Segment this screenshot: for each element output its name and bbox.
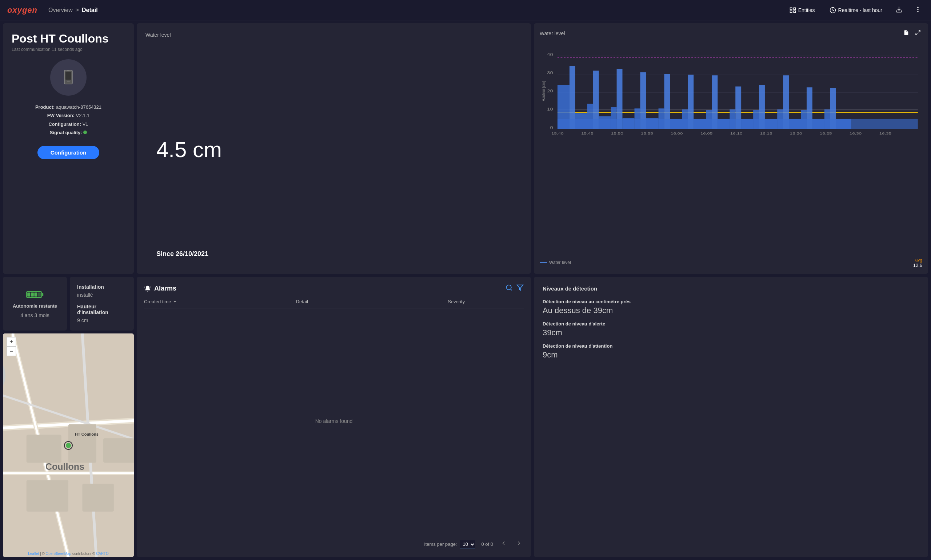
- chart-actions: [902, 29, 922, 38]
- map-card: Coullons + − HT Coullons Leafl: [3, 334, 134, 557]
- clock-icon: [829, 7, 836, 14]
- pagination-next-button[interactable]: [514, 538, 524, 550]
- download-icon: [896, 6, 903, 13]
- map-container: Coullons + − HT Coullons Leafl: [3, 334, 134, 557]
- search-icon: [506, 284, 513, 291]
- svg-rect-82: [34, 292, 37, 296]
- installation-height-title: Hauteur d'installation: [77, 304, 126, 315]
- detection-item-2-value: 9cm: [543, 350, 919, 360]
- installation-value: installé: [77, 292, 126, 298]
- water-level-since: Since 26/10/2021: [145, 250, 522, 258]
- chevron-left-icon: [500, 540, 507, 546]
- sort-down-icon[interactable]: [172, 299, 177, 305]
- svg-text:15:40: 15:40: [551, 131, 564, 135]
- svg-point-101: [506, 285, 511, 290]
- map-marker-inner: [66, 443, 71, 448]
- col-severity: Severity: [448, 299, 524, 305]
- osm-link[interactable]: OpenStreetMap: [46, 552, 72, 555]
- svg-point-7: [917, 9, 918, 10]
- map-footer: Leaflet | © OpenStreetMap contributors ©…: [3, 552, 134, 555]
- svg-rect-83: [38, 292, 41, 296]
- breadcrumb: Overview > Detail: [48, 7, 98, 14]
- leaflet-link[interactable]: Leaflet: [28, 552, 39, 555]
- alarms-card: Alarms Created time: [137, 277, 531, 557]
- svg-rect-95: [26, 435, 62, 463]
- svg-rect-10: [65, 72, 71, 80]
- chart-title: Water level: [540, 31, 565, 36]
- legend-line-indicator: [540, 262, 547, 263]
- bottom-left-section: Autonomie restante 4 ans 3 mois Installa…: [3, 277, 134, 557]
- battery-install-row: Autonomie restante 4 ans 3 mois Installa…: [3, 277, 134, 331]
- zoom-out-button[interactable]: −: [6, 346, 16, 356]
- realtime-label: Realtime - last hour: [838, 7, 882, 13]
- svg-rect-11: [67, 81, 70, 82]
- chart-fullscreen-button[interactable]: [914, 29, 922, 38]
- configuration-button[interactable]: Configuration: [37, 146, 99, 159]
- navbar: oxygen Overview > Detail Entities Realti…: [0, 0, 931, 20]
- more-options-button[interactable]: [912, 4, 924, 16]
- installation-title: Installation: [77, 284, 126, 290]
- detection-item-1: Détection de niveau d'alerte 39cm: [543, 321, 919, 337]
- alarms-filter-button[interactable]: [516, 284, 524, 293]
- device-info-card: Post HT Coullons Last communication 11 s…: [3, 23, 134, 274]
- download-button[interactable]: [893, 4, 905, 16]
- svg-rect-65: [557, 119, 918, 129]
- svg-text:40: 40: [547, 52, 553, 57]
- svg-rect-81: [31, 292, 34, 296]
- config-label: Configuration:: [48, 122, 81, 127]
- detection-levels-card: Niveaux de détection Détection de niveau…: [534, 277, 928, 557]
- battery-card: Autonomie restante 4 ans 3 mois: [3, 277, 67, 331]
- map-location-label: HT Coullons: [75, 432, 98, 436]
- map-attribution: Leaflet | © OpenStreetMap contributors ©…: [28, 552, 109, 555]
- detection-item-2-title: Détection de niveau d'attention: [543, 343, 919, 349]
- fullscreen-icon: [915, 30, 921, 35]
- detection-item-0: Détection de niveau au centimètre près A…: [543, 299, 919, 315]
- svg-rect-79: [42, 293, 43, 296]
- svg-text:16:00: 16:00: [671, 131, 683, 135]
- svg-rect-97: [103, 438, 134, 463]
- svg-text:16:10: 16:10: [730, 131, 743, 135]
- chart-download-button[interactable]: [902, 29, 911, 38]
- svg-text:16:35: 16:35: [879, 131, 892, 135]
- svg-text:20: 20: [547, 89, 553, 93]
- device-title: Post HT Coullons: [12, 32, 109, 45]
- detection-item-0-value: Au dessus de 39cm: [543, 306, 919, 315]
- svg-text:0: 0: [550, 125, 553, 130]
- realtime-button[interactable]: Realtime - last hour: [826, 5, 886, 15]
- items-per-page-label: Items per page:: [424, 542, 457, 547]
- more-vert-icon: [914, 6, 922, 13]
- battery-label: Autonomie restante: [13, 303, 57, 309]
- svg-line-102: [511, 289, 512, 291]
- navbar-right: Entities Realtime - last hour: [786, 4, 924, 16]
- entities-button[interactable]: Entities: [786, 5, 819, 15]
- product-value: aquawatch-87654321: [56, 105, 102, 110]
- items-per-page-select[interactable]: 10 25 50: [460, 540, 476, 548]
- svg-line-13: [918, 31, 920, 32]
- alarms-search-button[interactable]: [506, 284, 513, 293]
- svg-marker-103: [517, 285, 523, 291]
- svg-text:16:25: 16:25: [820, 131, 832, 135]
- detection-item-2: Détection de niveau d'attention 9cm: [543, 343, 919, 360]
- chart-svg: 0 10 20 30 40 Hauteur (cm): [540, 41, 922, 135]
- signal-indicator: [83, 131, 87, 134]
- svg-point-6: [917, 7, 918, 8]
- breadcrumb-overview[interactable]: Overview: [48, 7, 73, 14]
- avg-value: 12.6: [913, 263, 922, 268]
- col-detail: Detail: [296, 299, 448, 305]
- chart-area: 0 10 20 30 40 Hauteur (cm): [540, 41, 922, 255]
- svg-text:16:05: 16:05: [700, 131, 713, 135]
- zoom-in-button[interactable]: +: [6, 337, 16, 346]
- carto-link[interactable]: CARTO: [96, 552, 109, 555]
- installation-height-value: 9 cm: [77, 317, 126, 323]
- pagination-info: 0 of 0: [481, 542, 493, 547]
- map-marker-outer: [64, 441, 73, 450]
- no-alarms-message: No alarms found: [315, 418, 353, 424]
- pagination-prev-button[interactable]: [499, 538, 508, 550]
- alarms-footer: Items per page: 10 25 50 0 of 0: [144, 534, 524, 550]
- svg-text:15:55: 15:55: [641, 131, 653, 135]
- detection-item-1-value: 39cm: [543, 328, 919, 337]
- water-level-value-card: Water level 4.5 cm Since 26/10/2021: [137, 23, 531, 274]
- svg-rect-3: [794, 11, 796, 12]
- fw-label: FW Version:: [47, 113, 75, 118]
- legend-label: Water level: [549, 260, 571, 265]
